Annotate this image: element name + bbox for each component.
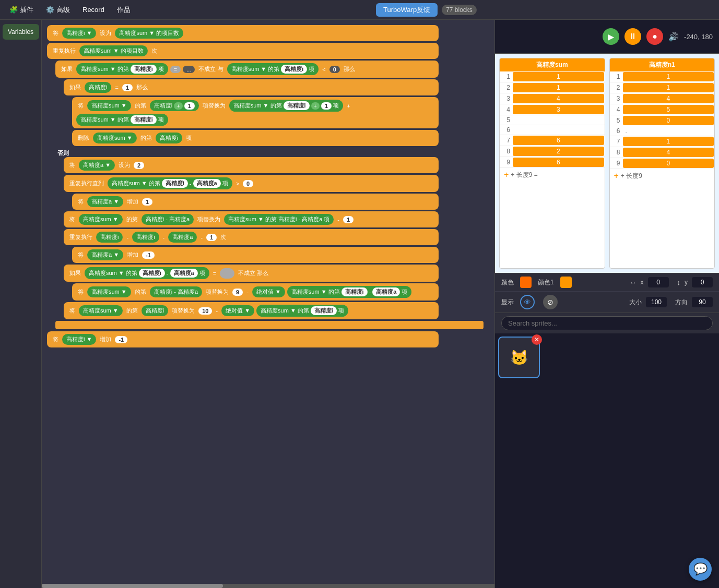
var-row-6: 6: [500, 125, 605, 135]
var-n1-row-8: 84: [610, 147, 715, 158]
block-replace3: 将 高精度sum ▼ 的第 高精度i - 高精度a 项替换为 9 - 绝对值 ▼…: [72, 283, 439, 301]
h-scrollbar-thumb[interactable]: [42, 584, 223, 588]
var-table-n1-header: 高精度n1: [610, 58, 715, 71]
var-table-sum-footer: + + 长度9 =: [500, 168, 605, 182]
block-replace4-row: 将 高精度sum ▼ 的第 高精度i 项替换为 10 - 绝对值 ▼ 高精度su…: [64, 302, 439, 319]
arrow-y-icon: ↕: [677, 279, 681, 286]
direction-val[interactable]: 90: [692, 297, 713, 307]
puzzle-icon: 🧩: [9, 6, 18, 14]
sum-length-label: + 长度9 =: [511, 171, 537, 179]
blocks-badge: 77 blocks: [442, 5, 477, 15]
var-n1-row-4: 45: [610, 104, 715, 115]
block-set-a-row: 将 高精度a ▼ 设为 2: [64, 157, 439, 173]
add-n1-btn[interactable]: +: [614, 171, 619, 181]
color-swatch-1[interactable]: [520, 277, 532, 288]
block-if-not: 如果 高精度sum ▼ 的第 高精度i - 高精度a 项 = 不成立 那么: [64, 265, 439, 282]
sprite-delete-1[interactable]: ✕: [532, 334, 542, 345]
h-scrollbar[interactable]: [42, 584, 494, 588]
n1-length-label: + 长度9: [621, 172, 642, 181]
var-table-n1-footer: + + 长度9: [610, 169, 715, 183]
pause-btn[interactable]: ⏸: [624, 28, 641, 45]
search-sprites-input[interactable]: [501, 316, 713, 330]
var-gaojingdui[interactable]: 高精度i ▼: [62, 28, 96, 39]
color-swatch-2[interactable]: [560, 277, 572, 288]
block-repeat-n: 重复执行 高精度i - 高精度i - 高精度a - 1 次: [64, 229, 439, 245]
canvas-area[interactable]: 将 高精度i ▼ 设为 高精度sum ▼ 的项目数 重复执行 高精度sum ▼ …: [42, 20, 494, 588]
cond-left1[interactable]: 高精度sum ▼ 的第 高精度i 项: [76, 63, 168, 75]
var-row-4: 43: [500, 104, 605, 115]
add-sum-btn[interactable]: +: [504, 170, 509, 179]
show-eye-btn[interactable]: 👁: [520, 295, 535, 309]
sidebar-item-variables[interactable]: Variables: [3, 24, 39, 40]
var-row-3: 34: [500, 93, 605, 104]
show-label: 显示: [501, 298, 514, 307]
var-table-n1: 高精度n1 11 21 34 45 50 6. 71 84 90 + + 长度9: [609, 58, 715, 269]
block-if1-container: 如果 高精度sum ▼ 的第 高精度i 项 = ... 不成立 与 高精度sum…: [55, 61, 439, 78]
hide-btn[interactable]: ⊘: [543, 295, 558, 309]
color-row: 颜色 颜色1 ↔ x 0 ↕ y 0: [495, 273, 719, 291]
var-n1-row-9: 90: [610, 158, 715, 169]
var-n1-row-5: 50: [610, 115, 715, 126]
y-val[interactable]: 0: [692, 277, 713, 287]
var-n1-row-6: 6.: [610, 126, 715, 136]
tab-turbowarp[interactable]: TurboWarp反馈: [376, 3, 438, 17]
sound-icon[interactable]: 🔊: [668, 32, 679, 42]
advanced-icon: ⚙️: [46, 6, 54, 14]
sprite-card-1[interactable]: 🐱 ✕: [498, 337, 540, 378]
cond-i[interactable]: 高精度i: [85, 82, 111, 93]
chat-btn[interactable]: 💬: [689, 558, 712, 581]
stop-btn[interactable]: ●: [646, 28, 663, 45]
green-flag-btn[interactable]: ▶: [603, 28, 619, 45]
block-repeat-until-row: 重复执行直到 高精度sum ▼ 的第 高精度i - 高精度a 项 > 0: [64, 175, 439, 192]
color2-label: 颜色1: [538, 278, 554, 287]
top-bar: 🧩 插件 ⚙️ 高级 Record 作品 TurboWarp反馈 77 bloc…: [0, 0, 719, 20]
advanced-btn[interactable]: ⚙️ 高级: [41, 3, 75, 17]
block-replace2: 将 高精度sum ▼ 的第 高精度i - 高精度a 项替换为 高精度sum ▼ …: [64, 211, 439, 227]
cond-right1[interactable]: 高精度sum ▼ 的第 高精度i 项: [227, 63, 319, 75]
block-replace1-container: 将 高精度sum ▼ 的第 高精度i + 1 项替换为 高精度sum ▼ 的第 …: [72, 97, 439, 128]
block-set-i: 将 高精度i ▼ 设为 高精度sum ▼ 的项目数: [47, 25, 439, 41]
plugin-btn[interactable]: 🧩 插件: [4, 3, 39, 17]
var-row-2: 21: [500, 82, 605, 93]
var-row-7: 76: [500, 135, 605, 146]
var-row-5: 5: [500, 115, 605, 125]
record-btn[interactable]: Record: [77, 4, 110, 16]
block-orange-bar: [55, 321, 439, 329]
sprite-list: 🐱 ✕: [495, 333, 719, 588]
block-change-i-row: 将 高精度i ▼ 增加 -1: [47, 331, 439, 347]
block-change-a-neg1a-row: 将 高精度a ▼ 增加 -1: [72, 247, 439, 263]
block-replace4: 将 高精度sum ▼ 的第 高精度i 项替换为 10 - 绝对值 ▼ 高精度su…: [64, 302, 439, 319]
stage-controls: ▶ ⏸ ● 🔊 -240, 180: [495, 20, 719, 54]
works-btn[interactable]: 作品: [112, 3, 136, 17]
var-table-sum-header: 高精度sum: [500, 58, 605, 71]
block-delete-container: 删除 高精度sum ▼ 的第 高精度i 项: [72, 130, 439, 146]
x-val[interactable]: 0: [648, 277, 669, 287]
right-panel: ▶ ⏸ ● 🔊 -240, 180 高精度sum 11 21 34 43 5 6…: [494, 20, 719, 588]
search-sprites-area: [495, 313, 719, 333]
var-row-9: 96: [500, 157, 605, 168]
block-replace2-container: 将 高精度sum ▼ 的第 高精度i - 高精度a 项替换为 高精度sum ▼ …: [64, 211, 439, 227]
var-sum-count[interactable]: 高精度sum ▼ 的项目数: [115, 28, 183, 39]
sprite-props-row: 显示 👁 ⊘ 大小 100 方向 90: [495, 291, 719, 313]
direction-label: 方向: [675, 298, 688, 307]
var-n1-row-1: 11: [610, 71, 715, 82]
color-label: 颜色: [501, 278, 514, 287]
var-row-8: 82: [500, 146, 605, 157]
size-label: 大小: [629, 298, 642, 307]
var-sum-count2[interactable]: 高精度sum ▼ 的项目数: [79, 45, 148, 56]
block-change-a-neg1a: 将 高精度a ▼ 增加 -1: [72, 247, 439, 263]
block-change-a-1-row: 将 高精度a ▼ 增加 1: [72, 194, 439, 210]
size-val[interactable]: 100: [646, 297, 667, 307]
block-change-a-1: 将 高精度a ▼ 增加 1: [72, 194, 439, 210]
block-replace1: 将 高精度sum ▼ 的第 高精度i + 1 项替换为 高精度sum ▼ 的第 …: [72, 97, 439, 128]
block-replace3-row: 将 高精度sum ▼ 的第 高精度i - 高精度a 项替换为 9 - 绝对值 ▼…: [72, 283, 439, 301]
main-layout: Variables 将 高精度i ▼ 设为 高精度sum ▼ 的项目数 重复执行…: [0, 20, 719, 588]
block-if2-container: 如果 高精度i = 1 那么: [64, 79, 439, 95]
block-delete: 删除 高精度sum ▼ 的第 高精度i 项: [72, 130, 439, 146]
var-n1-row-3: 34: [610, 93, 715, 104]
chat-icon: 💬: [693, 562, 708, 576]
block-change-i-neg1: 将 高精度i ▼ 增加 -1: [47, 331, 439, 347]
var-tables-area: 高精度sum 11 21 34 43 5 6 76 82 96 + + 长度9 …: [495, 54, 719, 273]
block-repeat-n-row: 重复执行 高精度i - 高精度i - 高精度a - 1 次: [64, 229, 439, 245]
blocks-container: 将 高精度i ▼ 设为 高精度sum ▼ 的项目数 重复执行 高精度sum ▼ …: [47, 25, 439, 349]
